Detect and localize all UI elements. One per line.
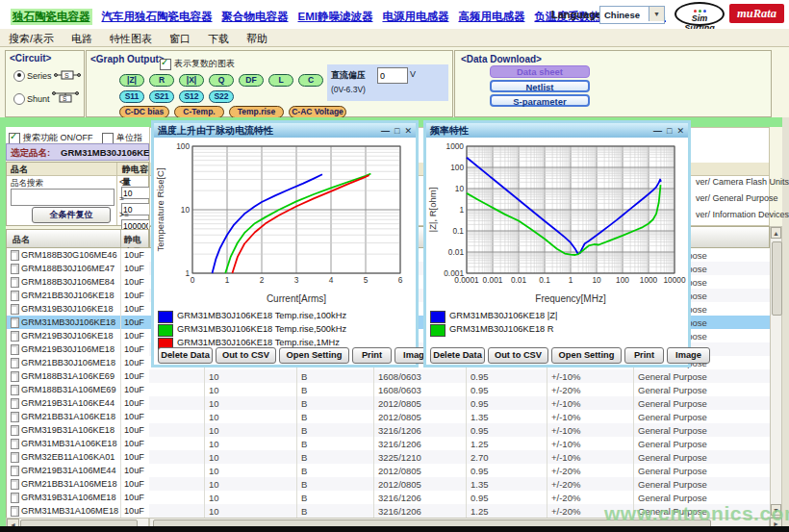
- list-item[interactable]: GRM219B31A106KE4410uF: [7, 396, 149, 410]
- print-button[interactable]: Print: [352, 347, 392, 364]
- graph-button-l[interactable]: L: [268, 74, 293, 87]
- checkbox-icon[interactable]: [102, 133, 114, 144]
- svg-text:100: 100: [450, 163, 464, 172]
- list-item[interactable]: GRM319B31A106ME1810uF: [7, 491, 149, 504]
- table-row[interactable]: 10B2012/08051.35+/-10%General Purpose: [149, 410, 770, 423]
- table-row[interactable]: 10B1608/06030.95+/-10%General Purpose: [149, 369, 770, 383]
- list-item[interactable]: GRM31MB30J106KE1810uF: [7, 316, 149, 329]
- chevron-down-icon[interactable]: ▼: [649, 7, 664, 21]
- checkbox-icon[interactable]: [9, 133, 20, 144]
- menu-item[interactable]: 特性图表: [101, 30, 161, 48]
- list-item[interactable]: GRM219B30J106KE1810uF: [7, 329, 149, 342]
- out-to-csv-button[interactable]: Out to CSV: [216, 347, 276, 364]
- nav-link[interactable]: 汽车用独石陶瓷电容器: [102, 10, 213, 24]
- delete-data-button[interactable]: Delete Data: [158, 347, 213, 364]
- application-filter-item[interactable]: ver/ General Purpose: [696, 193, 778, 203]
- graph-button-df[interactable]: DF: [239, 74, 264, 87]
- nav-link[interactable]: 高频用电感器: [458, 10, 524, 24]
- nav-link[interactable]: 独石陶瓷电容器: [11, 9, 92, 25]
- data-download-title: <Data Download>: [461, 54, 542, 64]
- selected-part-row: 选定品名: GRM31MB30J106KE18: [6, 143, 149, 161]
- graph-button-c[interactable]: C: [298, 74, 323, 87]
- table-vscrollbar[interactable]: ▲ ▼: [770, 226, 782, 518]
- out-to-csv-button[interactable]: Out to CSV: [488, 347, 548, 364]
- table-row[interactable]: 10B2012/08051.35+/-20%General Purpose: [149, 477, 770, 491]
- maximize-icon[interactable]: □: [667, 126, 672, 136]
- svg-text:2: 2: [260, 275, 265, 285]
- table-cell-c: 10: [209, 398, 219, 409]
- list-item[interactable]: GRM21BB30J106ME1810uF: [7, 356, 149, 369]
- divider: [120, 230, 121, 247]
- close-icon[interactable]: ✕: [676, 126, 684, 136]
- table-row[interactable]: 10B3216/12061.25+/-10%General Purpose: [149, 437, 770, 450]
- list-item[interactable]: GRM32EB11A106KA0110uF: [7, 450, 149, 464]
- nav-link[interactable]: EMI静噪滤波器: [298, 10, 373, 24]
- image-button[interactable]: Image: [667, 347, 710, 364]
- scroll-up-icon[interactable]: ▲: [771, 227, 781, 239]
- list-item[interactable]: GRM21BB31A106KE1810uF: [7, 410, 149, 423]
- part-number: GRM188B31A106ME69: [21, 385, 116, 394]
- svg-text:0.1: 0.1: [452, 226, 464, 236]
- circuit-option-series[interactable]: SeriesS: [13, 66, 81, 85]
- list-item[interactable]: GRM188B31A106KE6910uF: [7, 369, 149, 383]
- netlist-button[interactable]: Netlist: [490, 80, 590, 92]
- list-item[interactable]: GRM31MB31A106ME1810uF: [7, 504, 149, 518]
- nav-link[interactable]: 电源用电感器: [382, 10, 448, 24]
- delete-data-button[interactable]: Delete Data: [430, 347, 485, 364]
- list-item[interactable]: GRM319B30J106KE1810uF: [7, 302, 149, 316]
- table-row[interactable]: 10B1608/06030.95+/-20%General Purpose: [149, 383, 770, 396]
- menu-item[interactable]: 帮助: [238, 30, 276, 48]
- reset-conditions-button[interactable]: 全条件复位: [32, 207, 111, 223]
- list-item[interactable]: GRM319B31A106KE1810uF: [7, 423, 149, 437]
- application-filter-item[interactable]: ver/ Camera Flash Units: [696, 177, 789, 187]
- window-titlebar[interactable]: 温度上升由于脉动电流特性 —□✕: [154, 123, 416, 138]
- table-cell-c: 10: [209, 439, 219, 449]
- document-icon: [11, 506, 19, 517]
- window-titlebar[interactable]: 频率特性 —□✕: [426, 123, 688, 138]
- minimize-icon[interactable]: —: [653, 126, 662, 136]
- close-icon[interactable]: ✕: [404, 126, 412, 136]
- list-item[interactable]: GRM21BB30J106KE1810uF: [7, 289, 149, 302]
- menu-item[interactable]: 下载: [199, 30, 238, 48]
- list-item[interactable]: GRM188B30J106ME4710uF: [7, 262, 149, 275]
- maximize-icon[interactable]: □: [394, 126, 399, 136]
- list-item[interactable]: GRM219B30J106ME1810uF: [7, 342, 149, 356]
- nav-link[interactable]: 聚合物电容器: [222, 10, 289, 24]
- capacitance-value: 10uF: [124, 466, 144, 475]
- dc-bias-range: (0V-6.3V): [331, 85, 366, 94]
- dc-bias-input[interactable]: [377, 67, 408, 84]
- part-search-input[interactable]: [11, 189, 115, 206]
- language-label: Language: [551, 9, 601, 20]
- radio-icon[interactable]: [13, 93, 25, 105]
- part-number: GRM319B31A106KE18: [21, 425, 115, 435]
- legend-row: GRM31MB30J106KE18 R: [426, 323, 686, 336]
- selected-part-label: 选定品名:: [11, 147, 50, 160]
- list-item[interactable]: GRM219B31A106ME4410uF: [7, 464, 149, 477]
- table-row[interactable]: 10B2012/08050.95+/-10%General Purpose: [149, 396, 770, 410]
- graph-output-title: <Graph Output>: [90, 54, 165, 64]
- menu-item[interactable]: 搜索/表示: [0, 30, 63, 48]
- print-button[interactable]: Print: [624, 347, 664, 364]
- list-item[interactable]: GRM188B30G106ME4610uF: [7, 248, 149, 262]
- table-row[interactable]: 10B2012/08050.95+/-20%General Purpose: [149, 464, 770, 477]
- checkbox-icon[interactable]: [160, 59, 171, 70]
- scrollbar-thumb[interactable]: [772, 241, 782, 316]
- open-setting-button[interactable]: Open Setting: [551, 347, 622, 364]
- table-cell-app: General Purpose: [638, 412, 707, 422]
- open-setting-button[interactable]: Open Setting: [279, 347, 349, 364]
- list-item[interactable]: GRM21BB31A106ME1810uF: [7, 477, 149, 491]
- list-item[interactable]: GRM31MB31A106KE1810uF: [7, 437, 149, 450]
- list-item[interactable]: GRM188B31A106ME6910uF: [7, 383, 149, 396]
- minimize-icon[interactable]: —: [381, 126, 390, 136]
- application-filter-item[interactable]: ver/ Information Devices: [696, 210, 789, 219]
- language-dropdown[interactable]: Chinese ▼: [599, 6, 665, 24]
- menu-item[interactable]: 窗口: [161, 30, 199, 48]
- table-cell-app: General Purpose: [638, 398, 707, 409]
- s-parameter-button[interactable]: S-parameter: [490, 94, 590, 107]
- table-row[interactable]: 10B3225/12102.70+/-10%General Purpose: [149, 450, 770, 464]
- menu-item[interactable]: 电路: [63, 30, 101, 48]
- list-item[interactable]: GRM188B30J106ME8410uF: [7, 275, 149, 289]
- radio-icon[interactable]: [13, 70, 25, 82]
- table-row[interactable]: 10B3216/12060.95+/-10%General Purpose: [149, 423, 770, 437]
- circuit-option-shunt[interactable]: ShuntS: [13, 89, 79, 108]
